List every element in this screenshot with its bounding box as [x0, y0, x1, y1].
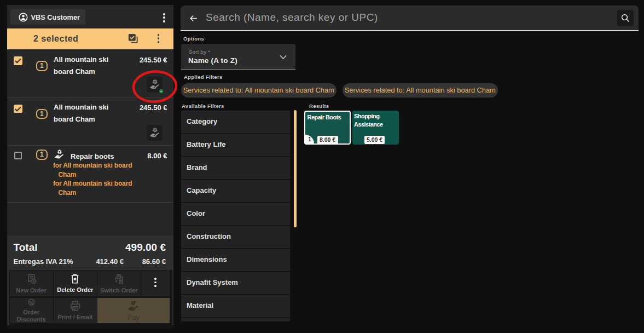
- svg-text:1: 1: [132, 301, 134, 305]
